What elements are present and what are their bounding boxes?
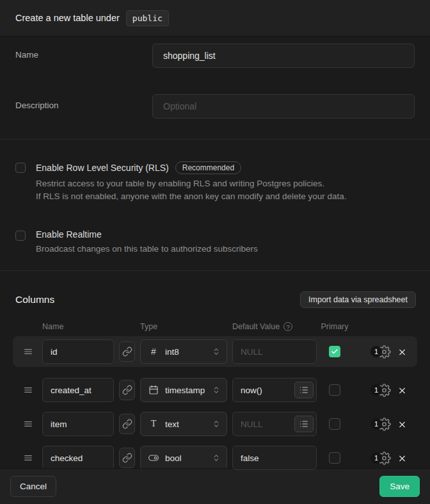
x-icon <box>397 419 407 429</box>
row-controls: 1 <box>353 418 411 431</box>
row-controls: 1 <box>353 451 411 465</box>
foreign-key-button[interactable] <box>119 448 135 468</box>
dialog-title: Create a new table under <box>15 13 120 23</box>
row-controls: 1 <box>353 384 411 397</box>
header-primary: Primary <box>322 322 347 331</box>
chevron-updown-icon <box>211 346 221 357</box>
chevron-updown-icon <box>211 453 221 463</box>
link-icon <box>122 385 132 395</box>
cancel-button[interactable]: Cancel <box>10 476 56 497</box>
table-row: timestamptz 1 <box>13 375 417 405</box>
realtime-toggle-block: Enable Realtime Broadcast changes on thi… <box>15 229 415 256</box>
suggestions-button[interactable] <box>294 382 314 398</box>
x-icon <box>397 386 407 395</box>
default-value-cell <box>232 446 317 470</box>
recommended-badge: Recommended <box>175 161 241 174</box>
realtime-label: Enable Realtime <box>36 229 102 240</box>
default-value-cell <box>232 339 317 364</box>
header-name: Name <box>42 322 114 331</box>
toggle-icon <box>148 453 159 463</box>
column-type-select[interactable]: timestamptz <box>140 378 227 402</box>
remove-column-button[interactable] <box>396 452 408 464</box>
link-icon <box>122 453 132 463</box>
count-badge: 1 <box>370 418 382 430</box>
column-settings-button[interactable]: 1 <box>370 345 391 359</box>
foreign-key-button[interactable] <box>119 380 135 400</box>
suggestions-button[interactable] <box>294 416 314 432</box>
column-name-input[interactable] <box>42 339 114 364</box>
create-table-dialog: Create a new table under public Name Des… <box>0 0 430 504</box>
column-settings-button[interactable]: 1 <box>370 451 391 465</box>
count-badge: 1 <box>370 384 382 396</box>
table-row: # int8 1 <box>13 336 417 367</box>
column-type-select[interactable]: T text <box>140 412 227 436</box>
foreign-key-button[interactable] <box>119 341 135 362</box>
x-icon <box>397 453 407 463</box>
chevron-updown-icon <box>211 385 221 395</box>
primary-checkbox[interactable] <box>329 346 340 357</box>
columns-title: Columns <box>15 294 54 305</box>
remove-column-button[interactable] <box>396 418 408 430</box>
column-name-input[interactable] <box>42 446 114 470</box>
realtime-texts: Enable Realtime Broadcast changes on thi… <box>36 229 258 256</box>
column-type-label: int8 <box>165 347 205 357</box>
description-label: Description <box>15 94 152 118</box>
rls-description-line2: If RLS is not enabled, anyone with the a… <box>36 190 347 203</box>
column-type-select[interactable]: bool <box>140 446 227 470</box>
drag-handle-icon[interactable] <box>19 453 37 463</box>
remove-column-button[interactable] <box>396 384 408 396</box>
table-name-input[interactable] <box>152 44 415 68</box>
dialog-header: Create a new table under public <box>0 0 430 37</box>
question-circle-icon[interactable]: ? <box>283 322 292 331</box>
rls-texts: Enable Row Level Security (RLS) Recommen… <box>36 161 347 202</box>
default-value-input[interactable] <box>232 339 317 364</box>
x-icon <box>397 347 407 357</box>
column-name-input[interactable] <box>42 412 114 436</box>
table-details-section: Name Description <box>0 37 430 140</box>
list-icon <box>299 419 309 429</box>
dialog-footer: Cancel Save <box>0 468 430 504</box>
primary-checkbox[interactable] <box>329 418 340 430</box>
realtime-checkbox[interactable] <box>15 231 26 241</box>
import-spreadsheet-button[interactable]: Import data via spreadsheet <box>300 291 416 308</box>
count-badge: 1 <box>370 346 382 357</box>
name-label: Name <box>15 44 152 68</box>
drag-handle-icon[interactable] <box>19 346 37 357</box>
table-description-input[interactable] <box>152 94 415 118</box>
foreign-key-button[interactable] <box>119 414 135 434</box>
row-controls: 1 <box>353 345 411 359</box>
column-type-label: text <box>165 419 205 429</box>
primary-checkbox[interactable] <box>329 452 340 464</box>
realtime-description: Broadcast changes on this table to autho… <box>36 243 258 256</box>
default-value-cell <box>232 378 317 402</box>
column-settings-button[interactable]: 1 <box>370 418 391 431</box>
rls-description-line1: Restrict access to your table by enablin… <box>36 177 347 190</box>
hash-icon: # <box>148 346 159 357</box>
schema-badge: public <box>126 10 169 26</box>
list-icon <box>299 385 309 395</box>
count-badge: 1 <box>370 452 382 464</box>
drag-handle-icon[interactable] <box>19 419 37 429</box>
column-type-select[interactable]: # int8 <box>140 339 227 364</box>
rls-label: Enable Row Level Security (RLS) <box>36 163 169 173</box>
name-row: Name <box>15 44 415 68</box>
check-icon <box>331 348 338 355</box>
column-type-label: bool <box>165 453 205 463</box>
calendar-icon <box>148 385 159 395</box>
drag-handle-icon[interactable] <box>19 385 37 395</box>
text-icon: T <box>148 419 159 429</box>
column-settings-button[interactable]: 1 <box>370 384 391 397</box>
table-row: T text 1 <box>13 409 417 439</box>
primary-checkbox[interactable] <box>329 384 340 396</box>
link-icon <box>122 419 132 429</box>
remove-column-button[interactable] <box>396 346 408 358</box>
save-button[interactable]: Save <box>379 476 420 497</box>
description-row: Description <box>15 94 415 118</box>
columns-rows: # int8 1 timesta <box>0 336 430 473</box>
column-name-input[interactable] <box>42 378 114 402</box>
column-type-label: timestamptz <box>165 386 205 395</box>
chevron-updown-icon <box>211 419 221 429</box>
rls-checkbox[interactable] <box>15 163 26 173</box>
header-default-value: Default Value ? <box>232 322 317 331</box>
default-value-input[interactable] <box>232 446 317 470</box>
